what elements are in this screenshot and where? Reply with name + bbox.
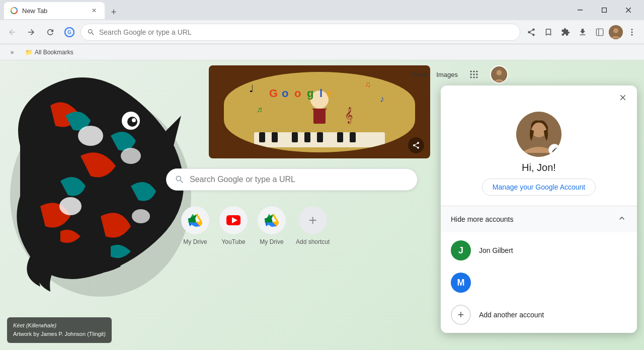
bookmark-bar: » 📁 All Bookmarks — [0, 44, 644, 60]
svg-text:o: o — [282, 87, 288, 100]
account-list: J Jon Gilbert M + Add another account — [441, 232, 637, 333]
expand-bookmarks-button[interactable]: » — [6, 46, 18, 58]
svg-text:♫: ♫ — [365, 80, 371, 89]
folder-icon: 📁 — [25, 49, 33, 56]
maximize-button[interactable] — [593, 2, 616, 18]
svg-text:e: e — [327, 87, 333, 100]
address-bar[interactable] — [80, 24, 520, 41]
tab-close-button[interactable]: ✕ — [90, 6, 99, 15]
svg-point-50 — [470, 76, 472, 78]
shortcut-drive-icon-1 — [181, 206, 209, 234]
all-bookmarks-item[interactable]: 📁 All Bookmarks — [22, 48, 76, 57]
page-search-input[interactable] — [190, 175, 409, 184]
reload-button[interactable] — [42, 24, 58, 40]
all-bookmarks-label: All Bookmarks — [35, 49, 73, 56]
profile-edit-button[interactable] — [548, 144, 560, 156]
profile-avatar-large[interactable] — [516, 112, 561, 157]
images-link[interactable]: Images — [436, 71, 458, 78]
svg-point-18 — [132, 209, 150, 223]
toolbar: G — [0, 20, 644, 44]
forward-button[interactable] — [23, 24, 39, 40]
dropdown-header — [441, 85, 637, 108]
svg-text:♬: ♬ — [257, 105, 263, 114]
svg-text:g: g — [307, 87, 313, 100]
shortcut-my-drive-1[interactable]: My Drive — [181, 206, 209, 245]
svg-point-10 — [613, 28, 618, 33]
tab-favicon — [10, 7, 18, 15]
shortcut-youtube[interactable]: YouTube — [219, 206, 248, 245]
toolbar-account-avatar[interactable] — [609, 25, 623, 39]
svg-point-11 — [631, 29, 633, 30]
svg-point-45 — [473, 71, 474, 72]
add-account-label: Add another account — [479, 311, 544, 319]
svg-point-46 — [476, 71, 477, 72]
gmail-link[interactable]: Gmail — [411, 71, 428, 78]
shortcut-drive-icon-2 — [258, 206, 286, 234]
chevron-up-icon — [617, 213, 627, 225]
shortcut-label-drive-2: My Drive — [260, 238, 283, 245]
shortcut-label-add: Add shortcut — [296, 238, 330, 245]
google-apps-button[interactable] — [466, 66, 482, 82]
add-account-item[interactable]: + Add another account — [441, 299, 637, 331]
profile-greeting: Hi, Jon! — [522, 162, 556, 173]
account-name-jon: Jon Gilbert — [479, 246, 513, 254]
svg-rect-25 — [272, 132, 278, 142]
new-tab-button[interactable]: + — [107, 5, 121, 19]
extensions-button[interactable] — [557, 24, 574, 40]
svg-point-17 — [59, 197, 82, 215]
doodle-inner: G o o g l e ♩ ♪ ♫ ♬ 𝄞 — [224, 72, 415, 152]
svg-text:♪: ♪ — [380, 94, 384, 104]
svg-point-20 — [127, 117, 137, 127]
manage-account-button[interactable]: Manage your Google Account — [482, 179, 596, 196]
svg-point-44 — [470, 71, 472, 72]
svg-point-48 — [473, 73, 474, 75]
account-avatar-img — [491, 66, 507, 82]
artwork-caption: Kéet (Killerwhale) Artwork by James P. J… — [7, 317, 112, 343]
caption-line2: Artwork by James P. Johnson (Tlingit) — [13, 330, 106, 339]
svg-text:♩: ♩ — [249, 83, 254, 94]
svg-rect-28 — [317, 132, 323, 142]
svg-text:l: l — [319, 87, 323, 100]
shortcut-add[interactable]: + Add shortcut — [296, 206, 330, 245]
back-button[interactable] — [4, 24, 20, 40]
svg-point-54 — [497, 70, 502, 75]
account-avatar-m: M — [451, 273, 471, 293]
page-search-bar[interactable] — [166, 168, 418, 191]
hide-accounts-section: Hide more accounts J Jon Gilbert M — [441, 206, 637, 333]
svg-text:o: o — [294, 87, 301, 100]
more-button[interactable] — [624, 24, 640, 40]
hide-accounts-toggle[interactable]: Hide more accounts — [441, 206, 637, 232]
page-search-icon — [175, 174, 185, 185]
svg-text:G: G — [67, 30, 71, 35]
svg-rect-2 — [602, 8, 607, 13]
svg-rect-1 — [578, 10, 583, 11]
account-avatar-jon: J — [451, 240, 471, 260]
doodle-share-button[interactable] — [408, 137, 424, 153]
svg-text:G: G — [269, 87, 278, 100]
svg-point-47 — [470, 73, 472, 75]
svg-rect-24 — [259, 132, 265, 142]
google-doodle[interactable]: G o o g l e ♩ ♪ ♫ ♬ 𝄞 — [209, 65, 430, 158]
caption-line1: Kéet (Killerwhale) — [13, 321, 106, 330]
active-tab[interactable]: New Tab ✕ — [4, 2, 105, 19]
account-avatar-button[interactable] — [490, 65, 508, 83]
svg-point-49 — [476, 73, 477, 75]
close-button[interactable] — [617, 2, 640, 18]
address-input[interactable] — [99, 28, 514, 36]
download-button[interactable] — [575, 24, 591, 40]
hide-accounts-label: Hide more accounts — [451, 215, 514, 223]
account-item-m[interactable]: M — [441, 267, 637, 299]
shortcut-label-youtube: YouTube — [221, 238, 245, 245]
svg-point-15 — [78, 126, 103, 146]
svg-rect-32 — [313, 109, 326, 124]
account-item-jon[interactable]: J Jon Gilbert — [441, 234, 637, 267]
svg-point-21 — [132, 118, 136, 122]
dropdown-close-button[interactable] — [615, 90, 631, 106]
share-button[interactable] — [523, 24, 539, 40]
minimize-button[interactable] — [569, 2, 592, 18]
bookmark-button[interactable] — [540, 24, 556, 40]
sidebar-button[interactable] — [592, 24, 608, 40]
add-account-icon: + — [451, 305, 471, 325]
tab-title: New Tab — [22, 7, 86, 15]
shortcut-my-drive-2[interactable]: My Drive — [258, 206, 286, 245]
